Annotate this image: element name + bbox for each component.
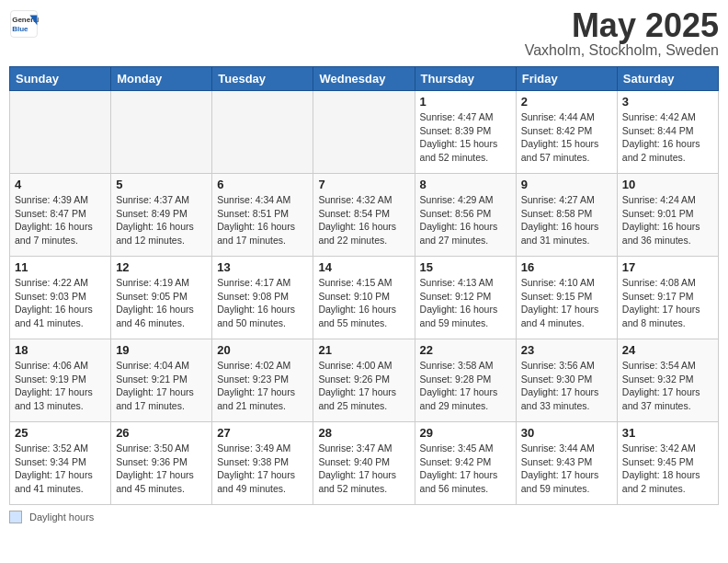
day-info: Sunrise: 4:42 AM Sunset: 8:44 PM Dayligh… — [622, 110, 713, 165]
calendar-cell: 24Sunrise: 3:54 AM Sunset: 9:32 PM Dayli… — [617, 339, 718, 422]
day-number: 16 — [521, 260, 612, 274]
calendar-day-header: Wednesday — [313, 67, 415, 91]
day-info: Sunrise: 4:08 AM Sunset: 9:17 PM Dayligh… — [622, 276, 713, 330]
day-number: 24 — [622, 343, 713, 357]
calendar-cell: 29Sunrise: 3:45 AM Sunset: 9:42 PM Dayli… — [415, 422, 516, 505]
calendar-cell: 19Sunrise: 4:04 AM Sunset: 9:21 PM Dayli… — [111, 339, 212, 422]
day-info: Sunrise: 4:10 AM Sunset: 9:15 PM Dayligh… — [521, 276, 612, 330]
calendar-cell: 28Sunrise: 3:47 AM Sunset: 9:40 PM Dayli… — [313, 422, 415, 505]
day-number: 7 — [318, 178, 409, 191]
day-number: 28 — [318, 426, 409, 440]
legend-text: Daylight hours — [29, 511, 94, 523]
calendar-cell: 2Sunrise: 4:44 AM Sunset: 8:42 PM Daylig… — [516, 91, 617, 174]
day-info: Sunrise: 3:54 AM Sunset: 9:32 PM Dayligh… — [622, 359, 713, 413]
day-info: Sunrise: 3:52 AM Sunset: 9:34 PM Dayligh… — [15, 442, 106, 496]
day-number: 25 — [15, 426, 106, 440]
month-title: May 2025 — [525, 9, 719, 42]
day-info: Sunrise: 3:47 AM Sunset: 9:40 PM Dayligh… — [318, 442, 409, 496]
day-info: Sunrise: 4:29 AM Sunset: 8:56 PM Dayligh… — [420, 193, 511, 247]
calendar-cell: 1Sunrise: 4:47 AM Sunset: 8:39 PM Daylig… — [415, 91, 516, 174]
calendar-week-row: 4Sunrise: 4:39 AM Sunset: 8:47 PM Daylig… — [10, 174, 719, 257]
day-number: 14 — [318, 260, 409, 274]
svg-text:Blue: Blue — [12, 25, 28, 33]
day-number: 9 — [521, 178, 612, 191]
day-number: 10 — [622, 178, 713, 191]
day-number: 31 — [622, 426, 713, 440]
day-number: 4 — [15, 178, 106, 191]
day-info: Sunrise: 4:00 AM Sunset: 9:26 PM Dayligh… — [318, 359, 409, 413]
day-info: Sunrise: 4:13 AM Sunset: 9:12 PM Dayligh… — [420, 276, 511, 330]
calendar-day-header: Thursday — [415, 67, 516, 91]
calendar-cell: 9Sunrise: 4:27 AM Sunset: 8:58 PM Daylig… — [516, 174, 617, 257]
day-info: Sunrise: 4:39 AM Sunset: 8:47 PM Dayligh… — [15, 193, 106, 247]
calendar-week-row: 1Sunrise: 4:47 AM Sunset: 8:39 PM Daylig… — [10, 91, 719, 174]
calendar-cell: 22Sunrise: 3:58 AM Sunset: 9:28 PM Dayli… — [415, 339, 516, 422]
day-number: 22 — [420, 343, 511, 357]
day-number: 23 — [521, 343, 612, 357]
day-info: Sunrise: 4:22 AM Sunset: 9:03 PM Dayligh… — [15, 276, 106, 330]
calendar-cell: 4Sunrise: 4:39 AM Sunset: 8:47 PM Daylig… — [10, 174, 111, 257]
calendar-cell — [10, 91, 111, 174]
calendar-day-header: Saturday — [617, 67, 718, 91]
day-info: Sunrise: 4:32 AM Sunset: 8:54 PM Dayligh… — [318, 193, 409, 247]
day-info: Sunrise: 3:42 AM Sunset: 9:45 PM Dayligh… — [622, 442, 713, 496]
logo-icon: General Blue — [9, 9, 39, 39]
legend: Daylight hours — [9, 511, 719, 523]
calendar-cell: 10Sunrise: 4:24 AM Sunset: 9:01 PM Dayli… — [617, 174, 718, 257]
calendar-day-header: Friday — [516, 67, 617, 91]
day-number: 18 — [15, 343, 106, 357]
calendar-cell: 23Sunrise: 3:56 AM Sunset: 9:30 PM Dayli… — [516, 339, 617, 422]
day-number: 17 — [622, 260, 713, 274]
day-number: 26 — [116, 426, 207, 440]
day-info: Sunrise: 4:02 AM Sunset: 9:23 PM Dayligh… — [217, 359, 308, 413]
calendar-cell: 12Sunrise: 4:19 AM Sunset: 9:05 PM Dayli… — [111, 257, 212, 339]
calendar: SundayMondayTuesdayWednesdayThursdayFrid… — [9, 66, 719, 505]
day-info: Sunrise: 4:15 AM Sunset: 9:10 PM Dayligh… — [318, 276, 409, 330]
calendar-cell: 25Sunrise: 3:52 AM Sunset: 9:34 PM Dayli… — [10, 422, 111, 505]
calendar-cell: 27Sunrise: 3:49 AM Sunset: 9:38 PM Dayli… — [212, 422, 313, 505]
day-number: 29 — [420, 426, 511, 440]
day-number: 30 — [521, 426, 612, 440]
calendar-cell: 18Sunrise: 4:06 AM Sunset: 9:19 PM Dayli… — [10, 339, 111, 422]
calendar-week-row: 11Sunrise: 4:22 AM Sunset: 9:03 PM Dayli… — [10, 257, 719, 339]
day-number: 13 — [217, 260, 308, 274]
calendar-cell: 31Sunrise: 3:42 AM Sunset: 9:45 PM Dayli… — [617, 422, 718, 505]
day-number: 3 — [622, 95, 713, 109]
calendar-cell: 13Sunrise: 4:17 AM Sunset: 9:08 PM Dayli… — [212, 257, 313, 339]
calendar-cell: 14Sunrise: 4:15 AM Sunset: 9:10 PM Dayli… — [313, 257, 415, 339]
legend-box — [9, 511, 22, 523]
calendar-cell: 15Sunrise: 4:13 AM Sunset: 9:12 PM Dayli… — [415, 257, 516, 339]
day-info: Sunrise: 4:44 AM Sunset: 8:42 PM Dayligh… — [521, 110, 612, 165]
day-number: 8 — [420, 178, 511, 191]
calendar-cell: 11Sunrise: 4:22 AM Sunset: 9:03 PM Dayli… — [10, 257, 111, 339]
day-info: Sunrise: 4:17 AM Sunset: 9:08 PM Dayligh… — [217, 276, 308, 330]
day-number: 2 — [521, 95, 612, 109]
day-info: Sunrise: 4:04 AM Sunset: 9:21 PM Dayligh… — [116, 359, 207, 413]
day-info: Sunrise: 3:44 AM Sunset: 9:43 PM Dayligh… — [521, 442, 612, 496]
day-info: Sunrise: 4:19 AM Sunset: 9:05 PM Dayligh… — [116, 276, 207, 330]
logo: General Blue — [9, 9, 39, 39]
calendar-cell: 26Sunrise: 3:50 AM Sunset: 9:36 PM Dayli… — [111, 422, 212, 505]
calendar-week-row: 25Sunrise: 3:52 AM Sunset: 9:34 PM Dayli… — [10, 422, 719, 505]
calendar-cell: 21Sunrise: 4:00 AM Sunset: 9:26 PM Dayli… — [313, 339, 415, 422]
calendar-week-row: 18Sunrise: 4:06 AM Sunset: 9:19 PM Dayli… — [10, 339, 719, 422]
calendar-cell: 20Sunrise: 4:02 AM Sunset: 9:23 PM Dayli… — [212, 339, 313, 422]
day-number: 15 — [420, 260, 511, 274]
calendar-cell: 8Sunrise: 4:29 AM Sunset: 8:56 PM Daylig… — [415, 174, 516, 257]
day-number: 20 — [217, 343, 308, 357]
day-number: 21 — [318, 343, 409, 357]
day-info: Sunrise: 3:49 AM Sunset: 9:38 PM Dayligh… — [217, 442, 308, 496]
day-number: 19 — [116, 343, 207, 357]
calendar-cell — [313, 91, 415, 174]
calendar-day-header: Tuesday — [212, 67, 313, 91]
calendar-day-header: Monday — [111, 67, 212, 91]
day-info: Sunrise: 3:45 AM Sunset: 9:42 PM Dayligh… — [420, 442, 511, 496]
day-info: Sunrise: 4:24 AM Sunset: 9:01 PM Dayligh… — [622, 193, 713, 247]
calendar-cell — [111, 91, 212, 174]
day-info: Sunrise: 4:27 AM Sunset: 8:58 PM Dayligh… — [521, 193, 612, 247]
day-number: 6 — [217, 178, 308, 191]
day-info: Sunrise: 4:34 AM Sunset: 8:51 PM Dayligh… — [217, 193, 308, 247]
day-info: Sunrise: 3:58 AM Sunset: 9:28 PM Dayligh… — [420, 359, 511, 413]
day-number: 11 — [15, 260, 106, 274]
calendar-cell: 17Sunrise: 4:08 AM Sunset: 9:17 PM Dayli… — [617, 257, 718, 339]
